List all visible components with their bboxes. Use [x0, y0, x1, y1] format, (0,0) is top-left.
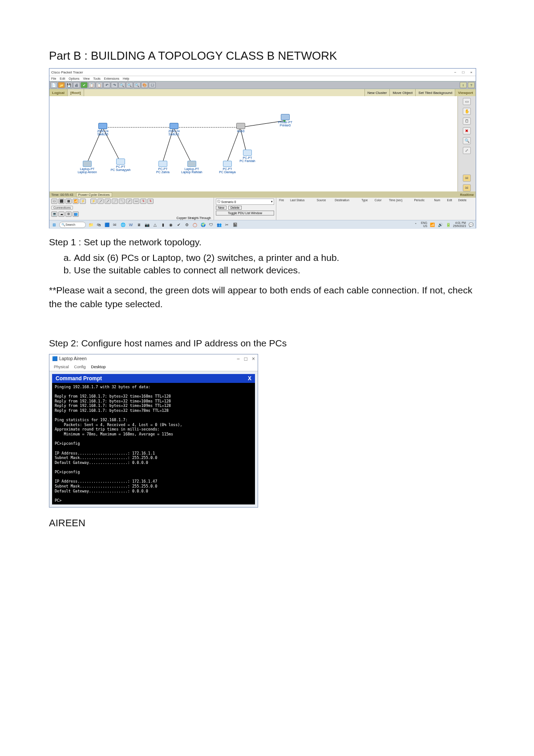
cable-serial-dce-icon[interactable]: ϟ: [140, 199, 146, 204]
toolbar-new-icon[interactable]: 📄: [50, 82, 57, 88]
taskbar-edge-icon[interactable]: 🌐: [120, 222, 126, 228]
tray-battery-icon[interactable]: 🔋: [445, 222, 451, 228]
minimize-button[interactable]: −: [237, 356, 240, 362]
toolbar-open-icon[interactable]: 📂: [58, 82, 65, 88]
taskbar-mail-icon[interactable]: ✉: [112, 222, 118, 228]
note-tool-icon[interactable]: 🗒: [463, 118, 471, 125]
toolbar-undo-icon[interactable]: ↶: [103, 82, 110, 88]
taskbar-pt-icon[interactable]: 🖥: [136, 222, 142, 228]
taskbar-chrome-icon[interactable]: ◉: [168, 222, 174, 228]
taskbar-camera-icon[interactable]: 📷: [144, 222, 150, 228]
complex-pdu-icon[interactable]: ✉: [463, 184, 471, 191]
category-hubs-icon[interactable]: ▦: [65, 199, 72, 204]
menu-extensions[interactable]: Extensions: [104, 77, 119, 80]
device-pc-daniaya[interactable]: PC-PT PC Daniaya: [214, 161, 241, 174]
scenario-new-button[interactable]: New: [216, 206, 227, 210]
cmd-close-icon[interactable]: X: [248, 375, 251, 382]
category-switches-icon[interactable]: ⬛: [58, 199, 65, 204]
taskbar-globe-icon[interactable]: 🌍: [200, 222, 206, 228]
toolbar-redo-icon[interactable]: ↷: [111, 82, 118, 88]
cable-coax-icon[interactable]: 〰: [133, 199, 139, 204]
cable-phone-icon[interactable]: ／: [126, 199, 132, 204]
device-hub0[interactable]: Hub0: [227, 123, 254, 133]
device-switch0[interactable]: 2950-24 Switch0: [89, 123, 116, 136]
breadcrumb-root[interactable]: [Root]: [68, 89, 84, 96]
help-info-icon[interactable]: i: [460, 82, 467, 88]
device-pc-faridah[interactable]: PC-PT PC Faridah: [234, 150, 261, 163]
toolbar-save-icon[interactable]: 💾: [65, 82, 73, 88]
resize-tool-icon[interactable]: ⤢: [463, 147, 471, 154]
tab-physical[interactable]: Physical: [54, 365, 69, 369]
viewport-button[interactable]: Viewport: [455, 89, 476, 96]
device-laptop-rafidah[interactable]: Laptop-PT Laptop Rafidah: [178, 161, 205, 174]
category-connections-icon[interactable]: ⚡: [80, 199, 86, 204]
toolbar-print-icon[interactable]: 🖨: [73, 82, 80, 88]
toolbar-palette-icon[interactable]: 🎨: [141, 82, 148, 88]
menu-file[interactable]: File: [51, 77, 56, 80]
tab-logical[interactable]: Logical: [49, 89, 68, 96]
tray-notifications-icon[interactable]: 💬: [468, 222, 474, 228]
maximize-button[interactable]: □: [244, 356, 247, 362]
cable-serial-dte-icon[interactable]: ϟ: [147, 199, 154, 204]
scenario-select[interactable]: ⓘ Scenario 0 ▾: [216, 199, 274, 205]
minimize-button[interactable]: −: [453, 70, 458, 74]
power-cycle-button[interactable]: Power Cycle Devices: [76, 192, 112, 197]
cable-auto-icon[interactable]: ⚡: [90, 199, 97, 204]
toolbar-zoom-in-icon[interactable]: 🔍: [118, 82, 125, 88]
taskbar-explorer-icon[interactable]: 📁: [88, 222, 94, 228]
taskbar-shield-icon[interactable]: 🛡: [208, 222, 214, 228]
menu-help[interactable]: Help: [123, 77, 129, 80]
taskbar-check-icon[interactable]: ✔: [176, 222, 182, 228]
toolbar-zoom-out-icon[interactable]: 🔍: [134, 82, 141, 88]
taskbar-triangle-icon[interactable]: △: [152, 222, 158, 228]
tray-language[interactable]: ENGUS: [421, 222, 427, 228]
taskbar-store-icon[interactable]: 🛍: [96, 222, 102, 228]
cable-console-icon[interactable]: ／: [97, 199, 104, 204]
end-devices-icon[interactable]: 💻: [51, 211, 57, 217]
menu-view[interactable]: View: [83, 77, 89, 80]
scenario-delete-button[interactable]: Delete: [228, 206, 242, 210]
category-routers-icon[interactable]: ⬭: [51, 199, 57, 204]
device-pc-zahra[interactable]: PC-PT PC Zahra: [150, 161, 176, 174]
cable-fiber-icon[interactable]: ⋱: [119, 199, 125, 204]
terminal-output[interactable]: Pinging 192.168.1.7 with 32 bytes of dat…: [52, 383, 255, 505]
multiuser-icon[interactable]: 👥: [73, 211, 79, 217]
simple-pdu-icon[interactable]: ✉: [463, 175, 471, 182]
menu-options[interactable]: Options: [69, 77, 79, 80]
menu-edit[interactable]: Edit: [60, 77, 65, 80]
device-switch1[interactable]: 2950-24 Switch1: [161, 123, 187, 136]
tab-config[interactable]: Config: [74, 365, 86, 369]
toolbar-wizard-icon[interactable]: ✔: [81, 82, 88, 88]
toggle-pdu-button[interactable]: Toggle PDU List Window: [216, 211, 274, 215]
toolbar-paste-icon[interactable]: 📋: [96, 82, 103, 88]
category-wireless-icon[interactable]: 📶: [73, 199, 79, 204]
taskbar-settings-icon[interactable]: ⚙: [184, 222, 190, 228]
new-cluster-button[interactable]: New Cluster: [364, 89, 390, 96]
taskbar-onenote-icon[interactable]: 📓: [232, 222, 238, 228]
tray-volume-icon[interactable]: 🔊: [437, 222, 443, 228]
cable-straight-icon[interactable]: ／: [105, 199, 111, 204]
inspect-tool-icon[interactable]: 🔍: [463, 137, 471, 144]
start-button[interactable]: ⊞: [51, 222, 57, 228]
taskbar-cmd-icon[interactable]: ▮: [160, 222, 166, 228]
workspace-canvas[interactable]: 2950-24 Switch0 2950-24 Switch1 Hub0 Pri…: [49, 96, 458, 191]
realtime-button[interactable]: Realtime: [460, 193, 474, 197]
delete-tool-icon[interactable]: ✖: [463, 127, 471, 134]
toolbar-dialog-icon[interactable]: ☐: [149, 82, 156, 88]
select-tool-icon[interactable]: ▭: [463, 98, 471, 105]
taskbar-disc-icon[interactable]: ◯: [192, 222, 198, 228]
toolbar-zoom-reset-icon[interactable]: 🔍: [126, 82, 133, 88]
maximize-button[interactable]: □: [461, 70, 466, 74]
wan-icon[interactable]: ☁: [58, 211, 65, 217]
toolbar-copy-icon[interactable]: 📋: [88, 82, 95, 88]
set-background-button[interactable]: Set Tiled Background: [415, 89, 455, 96]
device-laptop-aireen[interactable]: Laptop-PT Laptop Aireen: [74, 161, 101, 174]
menu-tools[interactable]: Tools: [93, 77, 101, 80]
taskbar-snip-icon[interactable]: ✂: [224, 222, 230, 228]
close-button[interactable]: ×: [469, 70, 474, 74]
tray-wifi-icon[interactable]: 📶: [429, 222, 435, 228]
tray-chevron-icon[interactable]: ˄: [413, 222, 419, 228]
taskbar-app-icon[interactable]: 🟦: [104, 222, 110, 228]
custom-icon[interactable]: ⚙: [65, 211, 72, 217]
device-pc-sumayyah[interactable]: PC-PT PC Sumayyah: [107, 159, 134, 171]
